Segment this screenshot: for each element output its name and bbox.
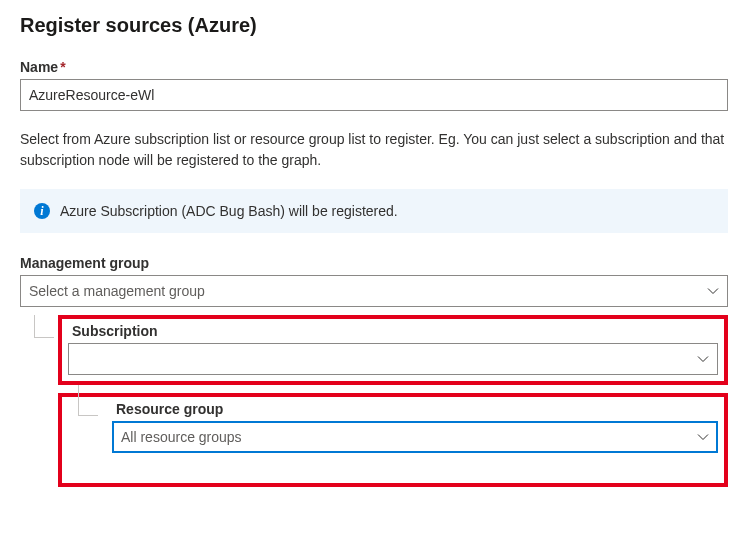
- management-group-placeholder: Select a management group: [29, 283, 205, 299]
- subscription-dropdown[interactable]: [68, 343, 718, 375]
- management-group-label: Management group: [20, 255, 728, 271]
- description-text: Select from Azure subscription list or r…: [20, 129, 728, 171]
- page-title: Register sources (Azure): [20, 14, 728, 37]
- chevron-down-icon: [707, 285, 719, 297]
- name-input[interactable]: [20, 79, 728, 111]
- info-bar: i Azure Subscription (ADC Bug Bash) will…: [20, 189, 728, 233]
- management-group-dropdown[interactable]: Select a management group: [20, 275, 728, 307]
- resource-group-dropdown[interactable]: All resource groups: [112, 421, 718, 453]
- subscription-tree: Subscription Resource group All: [20, 315, 728, 487]
- management-group-section: Management group Select a management gro…: [20, 255, 728, 307]
- register-sources-panel: Register sources (Azure) Name* Select fr…: [0, 0, 748, 507]
- name-field: Name*: [20, 59, 728, 111]
- resource-group-label: Resource group: [112, 401, 718, 417]
- required-asterisk: *: [60, 59, 65, 75]
- info-icon: i: [34, 203, 50, 219]
- chevron-down-icon: [697, 431, 709, 443]
- info-message: Azure Subscription (ADC Bug Bash) will b…: [60, 203, 398, 219]
- chevron-down-icon: [697, 353, 709, 365]
- resource-group-value: All resource groups: [121, 429, 242, 445]
- name-label: Name*: [20, 59, 728, 75]
- subscription-label: Subscription: [68, 323, 718, 339]
- resource-group-highlight: Resource group All resource groups: [58, 393, 728, 487]
- subscription-highlight: Subscription: [58, 315, 728, 385]
